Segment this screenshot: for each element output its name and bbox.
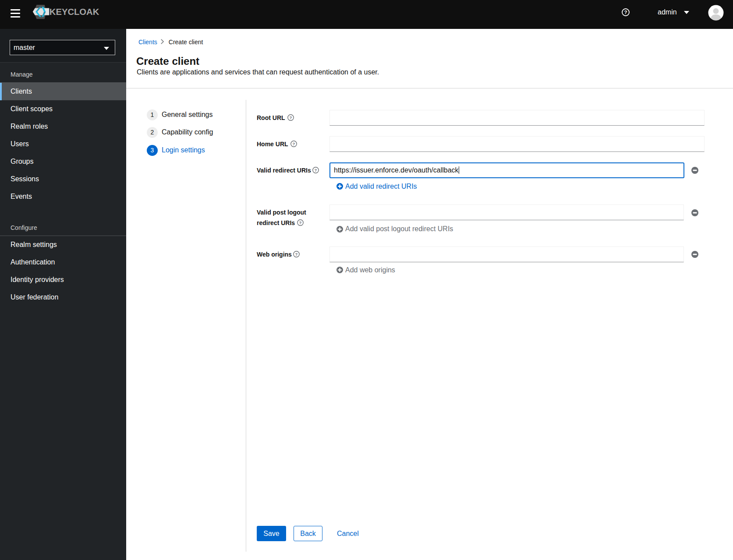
svg-text:KEYCLOAK: KEYCLOAK [50,7,99,17]
svg-text:?: ? [315,168,317,173]
svg-text:?: ? [624,10,627,15]
svg-text:?: ? [293,141,295,146]
svg-text:?: ? [299,220,302,225]
svg-text:?: ? [290,115,292,120]
svg-text:?: ? [295,252,298,257]
